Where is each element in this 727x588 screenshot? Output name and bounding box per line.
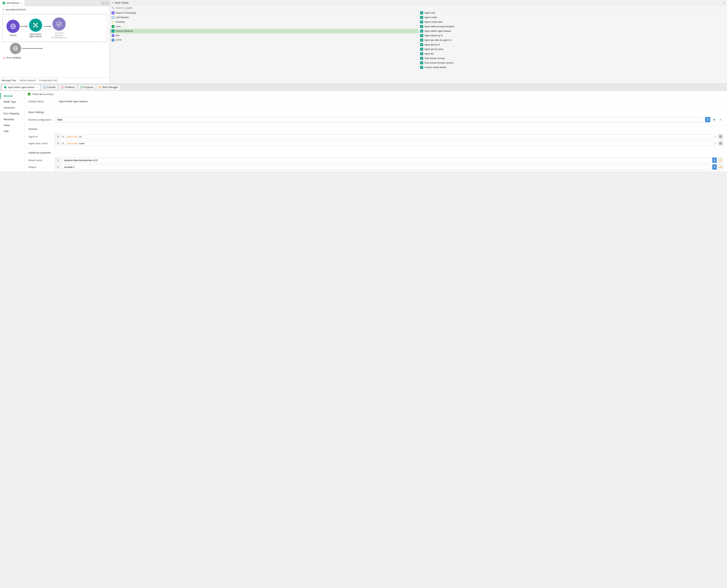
svg-rect-35	[721, 135, 722, 136]
palette-item-file[interactable]: F File	[110, 33, 418, 38]
model-name-input-area: fx amazon.titan-text-premier-v1:0 ▼	[55, 158, 723, 163]
palette-search-bar: 🔍	[110, 5, 727, 10]
sidebar-item-metadata[interactable]: Metadata	[0, 117, 24, 122]
palette-item-amazon-bedrock[interactable]: ⚙ Amazon Bedrock	[110, 29, 418, 33]
flow-title: ▼ aws-bedrockFlow15	[2, 8, 107, 11]
palette-item-agent-delete-by-id[interactable]: ⚙ Agent delete by id	[419, 33, 727, 38]
agent-delete-circle[interactable]	[29, 19, 42, 32]
sidebar-item-advanced[interactable]: Advanced	[0, 105, 24, 110]
divider-3	[25, 147, 727, 148]
palette-item-agent-delete-aliases[interactable]: ⚙ Agent delete agent aliases	[419, 29, 727, 33]
palette-item-agent-get-by-id[interactable]: ⚙ Agent get by id	[419, 42, 727, 47]
problems-icon: !	[61, 86, 64, 89]
sidebar-item-notes[interactable]: Notes	[0, 122, 24, 128]
transform-circle[interactable]	[53, 17, 66, 31]
transform-node[interactable]: Transform Message formatResponse	[51, 17, 67, 39]
agent-id-map-btn[interactable]	[718, 134, 723, 139]
favorites-icon: ★	[111, 20, 115, 23]
palette-agent-chat-label: Agent chat	[424, 12, 435, 14]
palette-item-chat-answer-prompt-memory[interactable]: ⚙ Chat answer prompt memory	[419, 61, 727, 65]
globe-icon	[10, 23, 16, 29]
palette-item-http[interactable]: H HTTP	[110, 38, 418, 42]
tab-agent-delete[interactable]: ⚙ Agent delete agent aliases ×	[1, 85, 40, 90]
error-handling[interactable]: ▶ Error handling	[2, 56, 107, 60]
circuit-icon	[33, 22, 39, 28]
sidebar-item-help[interactable]: Help	[0, 128, 24, 134]
debugger-icon	[99, 86, 102, 89]
maximize-button[interactable]: □	[105, 2, 108, 4]
tab-mule-debugger[interactable]: Mule Debugger	[96, 85, 121, 90]
palette-custom-model-details-label: Custom model details	[424, 66, 446, 69]
agent-delete-tab-icon: ⚙	[4, 86, 7, 89]
palette-item-exchange[interactable]: M Search in Exchange..	[110, 10, 418, 15]
palette-search-input[interactable]	[116, 7, 726, 9]
agent-get-by-name-icon: ⚙	[420, 48, 423, 51]
agent-id-text-field[interactable]: payload.id	[65, 134, 713, 139]
model-name-row: Model name: fx amazon.titan-text-premier…	[25, 158, 727, 163]
listener-circle[interactable]	[6, 20, 20, 33]
response-node[interactable]	[10, 43, 21, 54]
agent-alias-input-area: fx #[ payload.name ]	[55, 141, 723, 146]
agent-delete-label: Agent delete agent aliases	[28, 33, 43, 38]
agent-id-fx-badge[interactable]: fx	[55, 134, 61, 139]
tab-console[interactable]: >_ Console	[41, 85, 58, 90]
palette-item-agent-chat[interactable]: ⚙ Agent chat	[419, 10, 727, 15]
region-swap-btn[interactable]	[718, 164, 723, 170]
canvas-tab[interactable]: M aws-bedrock ×	[0, 0, 25, 6]
sidebar-item-general[interactable]: General	[0, 93, 24, 99]
sidebar-item-mime-type[interactable]: MIME Type	[0, 99, 24, 105]
tab-mule-debugger-label: Mule Debugger	[103, 86, 118, 89]
module-config-dropdown-btn[interactable]: ⬇	[705, 117, 710, 122]
region-fx-badge[interactable]: fx	[55, 164, 61, 170]
agent-alias-text-field[interactable]: payload.name	[65, 141, 713, 146]
module-config-add-btn[interactable]: ✚	[711, 117, 717, 122]
model-name-swap-icon	[719, 159, 722, 162]
palette-item-agent-list[interactable]: ⚙ Agent list	[419, 51, 727, 56]
palette-item-custom-model-details[interactable]: ⚙ Custom model details	[419, 65, 727, 70]
model-name-fx-badge[interactable]: fx	[55, 158, 61, 163]
palette-item-agent-get-alias[interactable]: ⚙ Agent get alias by agent id	[419, 38, 727, 42]
model-name-dropdown-btn[interactable]: ▼	[712, 158, 717, 163]
agent-alias-fx-badge[interactable]: fx	[55, 141, 61, 146]
flow-tab-global[interactable]: Global Elements	[19, 79, 36, 82]
agent-alias-map-btn[interactable]	[718, 141, 723, 146]
palette-item-agent-create-alias[interactable]: ⚙ Agent create alias	[419, 20, 727, 24]
minimize-button[interactable]: —	[101, 2, 104, 4]
palette-item-core[interactable]: M Core	[110, 24, 418, 29]
palette-item-add-modules[interactable]: + Add Modules	[110, 15, 418, 20]
tab-agent-delete-close[interactable]: ×	[36, 86, 38, 88]
display-name-row: Display Name: Agent delete agent aliases	[28, 100, 723, 103]
palette-title: Mule Palette	[115, 1, 128, 4]
module-config-row: Module configuration: AWS ⬇ ✚ ✎	[25, 117, 727, 122]
model-name-select[interactable]: amazon.titan-text-premier-v1:0	[62, 158, 711, 163]
model-name-swap-btn[interactable]	[718, 158, 723, 163]
canvas-tab-close[interactable]: ×	[21, 2, 22, 4]
palette-item-agent-get-by-name[interactable]: ⚙ Agent get by name	[419, 47, 727, 51]
module-config-select[interactable]: AWS	[55, 117, 704, 122]
top-area: M aws-bedrock × — □ ▼ aws-bedrockFlow15	[0, 0, 727, 83]
palette-chat-answer-prompt-memory-label: Chat answer prompt memory	[424, 62, 454, 64]
agent-id-label: Agent id:	[28, 135, 55, 138]
additional-props-title: Additional properties	[25, 150, 727, 155]
svg-point-31	[100, 87, 101, 88]
flow-tab-xml[interactable]: Configuration XML	[39, 79, 58, 82]
palette-item-favorites[interactable]: ★ Favorites	[110, 20, 418, 24]
tab-problems[interactable]: ! Problems	[59, 85, 77, 90]
module-config-edit-btn[interactable]: ✎	[718, 117, 723, 122]
agent-delete-node[interactable]: Agent delete agent aliases	[28, 19, 43, 38]
region-dropdown-btn[interactable]: ▼	[712, 164, 717, 170]
flow-tab-message[interactable]: Message Flow	[1, 79, 16, 82]
palette-item-agent-create[interactable]: ⚙ Agent create	[419, 15, 727, 20]
region-select[interactable]: us-east-1	[62, 165, 711, 170]
module-config-select-wrapper: AWS	[55, 117, 704, 122]
no-errors-text: There are no errors.	[32, 93, 54, 96]
display-name-label: Display Name:	[28, 100, 59, 103]
listener-node[interactable]: Listener	[6, 20, 20, 36]
tab-progress[interactable]: Progress	[78, 85, 96, 90]
palette-item-chat-answer-prompt[interactable]: ⚙ Chat answer prompt	[419, 56, 727, 61]
palette-close-button[interactable]: ×	[723, 1, 725, 4]
palette-item-agent-define-prompt[interactable]: ⚙ Agent define prompt template	[419, 24, 727, 29]
tab-console-label: Console	[47, 86, 56, 89]
sidebar-item-error-mapping[interactable]: Error Mapping	[0, 110, 24, 117]
response-circle[interactable]	[10, 43, 21, 54]
